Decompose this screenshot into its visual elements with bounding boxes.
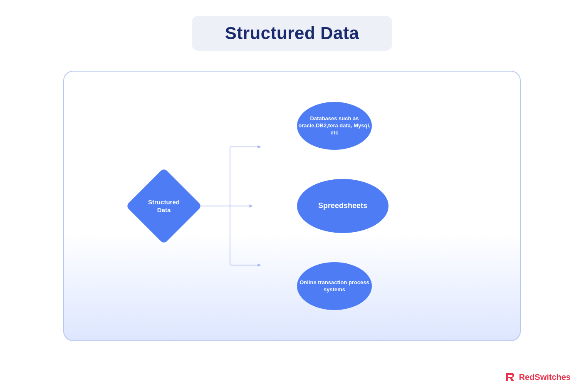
oltp-label: Online transaction process systems [297, 279, 372, 293]
svg-marker-3 [258, 145, 261, 149]
oltp-node: Online transaction process systems [297, 262, 372, 310]
databases-label: Databases such as oracle,DB2,tera data, … [297, 115, 372, 136]
logo-area: RedSwitches [504, 371, 571, 383]
redswitches-icon [504, 371, 516, 383]
diagram-container: Structured Data Databases such as oracle… [63, 71, 521, 341]
logo-text: RedSwitches [519, 372, 571, 382]
page-title: Structured Data [225, 23, 359, 43]
diamond-shape [126, 168, 202, 244]
ovals-container: Databases such as oracle,DB2,tera data, … [297, 102, 389, 310]
spreadsheets-label: Spreedsheets [318, 201, 367, 211]
svg-marker-7 [258, 263, 261, 267]
databases-node: Databases such as oracle,DB2,tera data, … [297, 102, 372, 150]
svg-marker-5 [250, 204, 253, 208]
title-box: Structured Data [192, 16, 393, 51]
center-node: Structured Data [131, 179, 197, 233]
spreadsheets-node: Spreedsheets [297, 179, 389, 233]
page-container: Structured Data Structured Data [0, 0, 584, 392]
